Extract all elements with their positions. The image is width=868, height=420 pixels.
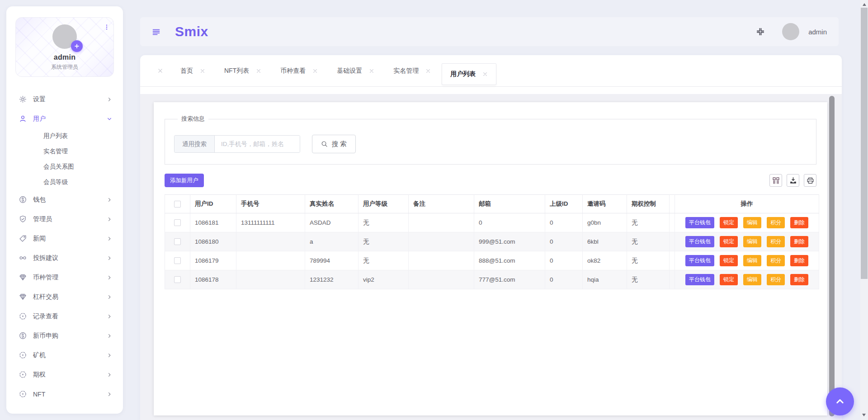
content-scrollbar-thumb[interactable] [829, 96, 835, 416]
row-checkbox[interactable] [174, 276, 181, 283]
page-scrollbar-thumb[interactable] [861, 8, 868, 279]
sidebar-subitem[interactable]: 用户列表 [15, 128, 114, 144]
row-action-red-4[interactable]: 删除 [790, 274, 808, 285]
tab-1[interactable]: NFT列表 [216, 61, 269, 80]
column-visibility-button[interactable] [769, 174, 782, 187]
sidebar-subitem[interactable]: 实名管理 [15, 144, 114, 159]
tab-4[interactable]: 实名管理 [385, 61, 439, 80]
row-action-red-4[interactable]: 删除 [790, 217, 808, 228]
search-input[interactable] [215, 136, 300, 152]
row-action-red-1[interactable]: 锁定 [720, 255, 738, 266]
row-action-amber-2[interactable]: 编辑 [743, 236, 761, 247]
close-tab-icon[interactable] [200, 68, 205, 74]
page-scrollbar[interactable] [860, 0, 868, 420]
print-icon [807, 177, 814, 184]
column-header-note: 备注 [409, 195, 474, 213]
row-action-red-4[interactable]: 删除 [790, 255, 808, 266]
row-action-amber-3[interactable]: 积分 [767, 236, 785, 247]
row-action-amber-2[interactable]: 编辑 [743, 217, 761, 228]
row-action-red-1[interactable]: 锁定 [720, 217, 738, 228]
user-icon [19, 115, 27, 123]
app-logo[interactable]: Smix [175, 24, 208, 39]
search-fieldset: 搜索信息 通用搜索 搜 索 [165, 115, 816, 165]
dashed-circle-icon [19, 351, 27, 359]
close-tab-icon[interactable] [425, 68, 431, 74]
column-header-option_control: 期权控制 [627, 195, 670, 213]
profile-role: 系统管理员 [16, 63, 113, 71]
sidebar-item-label: 用户 [33, 115, 107, 123]
chevron-right-icon [107, 236, 112, 241]
cell-id: 1086179 [190, 251, 236, 270]
columns-icon [772, 177, 780, 184]
row-action-red-1[interactable]: 锁定 [720, 274, 738, 285]
tab-0[interactable]: 首页 [172, 61, 213, 80]
shield-icon [19, 215, 27, 223]
cell-id: 1086180 [190, 232, 236, 251]
cell-realname: 1231232 [305, 270, 359, 289]
sidebar-item-coin-9[interactable]: 新币申购 [15, 326, 114, 345]
table-row: 10861781231232vip2777@51.com0hqia无平台钱包锁定… [165, 270, 819, 289]
scroll-up-arrow[interactable] [863, 1, 866, 6]
export-button[interactable] [787, 174, 799, 187]
tab-5[interactable]: 用户列表 [442, 63, 496, 85]
scroll-down-arrow[interactable] [862, 414, 866, 418]
cell-option_control: 无 [627, 232, 670, 251]
row-action-amber-3[interactable]: 积分 [767, 217, 785, 228]
sidebar-item-gem-6[interactable]: 币种管理 [15, 268, 114, 287]
sidebar-subitem[interactable]: 会员等级 [15, 175, 114, 190]
chevron-right-icon [107, 275, 112, 280]
search-type-select[interactable]: 通用搜索 [175, 136, 215, 152]
sidebar-item-dashed-circle-10[interactable]: 矿机 [15, 345, 114, 365]
row-action-amber-3[interactable]: 积分 [767, 255, 785, 266]
row-checkbox[interactable] [174, 257, 181, 264]
cell-note [409, 213, 474, 232]
row-action-amber-3[interactable]: 积分 [767, 274, 785, 285]
sidebar-item-tag-4[interactable]: 新闻 [15, 229, 114, 248]
sidebar-item-shield-3[interactable]: 管理员 [15, 209, 114, 229]
kebab-menu-icon[interactable] [104, 21, 110, 33]
back-to-top-button[interactable] [826, 387, 854, 415]
row-checkbox[interactable] [174, 238, 181, 245]
sidebar-subitem[interactable]: 会员关系图 [15, 159, 114, 175]
row-action-purple-0[interactable]: 平台钱包 [685, 274, 714, 285]
row-action-amber-2[interactable]: 编辑 [743, 274, 761, 285]
tab-2[interactable]: 币种查看 [272, 61, 326, 80]
search-button[interactable]: 搜 索 [312, 135, 356, 153]
row-action-amber-2[interactable]: 编辑 [743, 255, 761, 266]
tab-3[interactable]: 基础设置 [329, 61, 382, 80]
select-all-checkbox[interactable] [174, 201, 181, 208]
fullscreen-icon[interactable] [756, 27, 765, 36]
column-header-realname: 真实姓名 [305, 195, 359, 213]
sidebar-item-coin-2[interactable]: 钱包 [15, 190, 114, 209]
column-header-invite_code: 邀请码 [583, 195, 627, 213]
table-row: 108618113111111111ASDAD无00g0bn无平台钱包锁定编辑积… [165, 213, 819, 232]
chevron-right-icon [107, 314, 112, 319]
row-action-purple-0[interactable]: 平台钱包 [685, 255, 714, 266]
sidebar-item-gear-0[interactable]: 设置 [15, 90, 114, 109]
sidebar-item-user-1[interactable]: 用户 [15, 109, 114, 128]
close-tab-icon[interactable] [482, 71, 488, 77]
menu-toggle-icon[interactable] [152, 28, 160, 36]
sidebar-item-gem-7[interactable]: 杠杆交易 [15, 287, 114, 307]
row-action-purple-0[interactable]: 平台钱包 [685, 236, 714, 247]
sidebar-item-dashed-circle-11[interactable]: 期权 [15, 365, 114, 384]
close-tab-icon[interactable] [256, 68, 261, 74]
row-action-red-1[interactable]: 锁定 [720, 236, 738, 247]
row-action-red-4[interactable]: 删除 [790, 236, 808, 247]
sidebar-item-dashed-circle-12[interactable]: NFT [15, 384, 114, 404]
gear-icon [19, 95, 27, 103]
user-name[interactable]: admin [808, 28, 827, 36]
print-button[interactable] [804, 174, 816, 187]
close-tab-icon[interactable] [157, 68, 163, 74]
user-avatar[interactable] [782, 23, 799, 40]
gem-icon [19, 274, 27, 281]
add-user-button[interactable]: 添加新用户 [165, 174, 204, 187]
sidebar-item-infinity-5[interactable]: 投拆建议 [15, 248, 114, 268]
close-tab-icon[interactable] [312, 68, 318, 74]
cell-actions: 平台钱包锁定编辑积分删除 [675, 232, 819, 251]
row-checkbox[interactable] [174, 219, 181, 226]
row-action-purple-0[interactable]: 平台钱包 [685, 217, 714, 228]
add-avatar-button[interactable] [71, 40, 83, 52]
close-tab-icon[interactable] [369, 68, 374, 74]
sidebar-item-dashed-circle-8[interactable]: 记录查看 [15, 307, 114, 326]
